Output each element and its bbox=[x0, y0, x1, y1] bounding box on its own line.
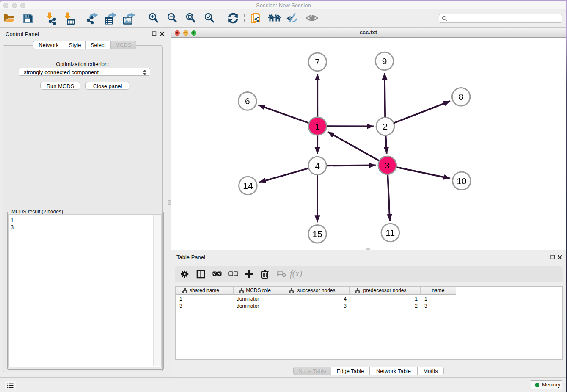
svg-text:15: 15 bbox=[312, 229, 322, 239]
svg-text:11: 11 bbox=[385, 228, 395, 237]
svg-text:7: 7 bbox=[315, 57, 320, 67]
svg-text:9: 9 bbox=[382, 56, 387, 66]
svg-text:14: 14 bbox=[243, 181, 253, 190]
svg-text:3: 3 bbox=[385, 160, 390, 170]
svg-text:1: 1 bbox=[315, 121, 320, 131]
svg-text:4: 4 bbox=[315, 161, 320, 171]
svg-text:6: 6 bbox=[245, 96, 250, 106]
svg-text:8: 8 bbox=[459, 92, 464, 102]
svg-text:10: 10 bbox=[457, 176, 466, 186]
svg-text:2: 2 bbox=[383, 121, 388, 131]
